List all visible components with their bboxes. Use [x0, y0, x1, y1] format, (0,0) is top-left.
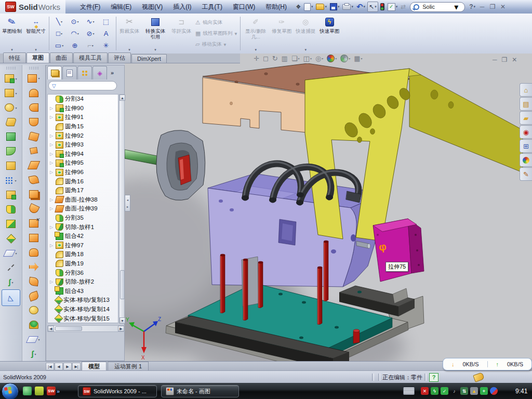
tree-item[interactable]: 组合42 — [48, 232, 118, 241]
viewport-3d[interactable]: φ — [125, 54, 532, 361]
lofted-boss-icon[interactable] — [0, 115, 22, 129]
undo-icon[interactable]: ↶▾ — [355, 3, 366, 11]
solidworks-icon[interactable]: SW — [47, 387, 56, 395]
tree-item[interactable]: ▷曲面-拉伸38 — [48, 195, 118, 205]
fillet-surface-icon[interactable] — [22, 303, 45, 317]
axis-icon[interactable] — [0, 260, 22, 275]
search-input[interactable] — [421, 3, 452, 10]
taskbar-button-未命名 - 画图[interactable]: 未命名 - 画图 — [161, 385, 239, 397]
expand-arrow-icon[interactable]: ▷ — [49, 106, 54, 111]
cm-button-显示/删除几...[interactable]: ✐显示/删除几...▾ — [242, 14, 270, 54]
tree-item[interactable]: ▷拉伸97 — [48, 241, 118, 250]
appearance-ball-icon[interactable]: ▾ — [327, 55, 337, 62]
fillet-icon[interactable]: ▾ — [0, 100, 22, 115]
hscroll-thumb[interactable] — [55, 326, 82, 331]
cm-button-快速草图[interactable]: ϟ快速草图 — [317, 14, 341, 54]
extruded-boss-icon[interactable]: ▾ — [0, 71, 22, 86]
taskbar-button-SolidWorks 2009 - ...[interactable]: SWSolidWorks 2009 - ... — [78, 385, 157, 397]
status-help-icon[interactable]: ? — [429, 373, 438, 382]
expand-arrow-icon[interactable]: ▷ — [49, 170, 54, 175]
menu-item-4[interactable]: 工具(T) — [197, 1, 228, 14]
sketch-entity-icon[interactable]: ✳ — [98, 42, 114, 49]
tab-模具工具[interactable]: 模具工具 — [73, 52, 108, 63]
search-box[interactable]: ▾ — [410, 2, 465, 12]
quick-launch-chevron-icon[interactable]: » — [57, 388, 60, 394]
extend-surface-icon[interactable] — [22, 260, 45, 274]
cm-button-转换实体引用[interactable]: 转换实体引用▾ — [141, 14, 169, 54]
more-tabs-chevron[interactable]: » — [108, 66, 117, 79]
menu-item-2[interactable]: 视图(V) — [137, 1, 168, 14]
sketch-entity-icon[interactable]: ∿▾ — [83, 18, 98, 25]
radiate-surface-icon[interactable] — [22, 187, 45, 202]
tab-nav-prev[interactable]: ◀ — [55, 363, 63, 370]
expand-arrow-icon[interactable]: ▷ — [49, 225, 54, 230]
pin-icon[interactable]: ⌖ — [295, 1, 302, 12]
doc-restore-button[interactable]: ❐ — [502, 56, 508, 63]
appearances-ball-icon[interactable] — [520, 153, 532, 167]
rotate-view-icon[interactable]: ↻ — [272, 55, 278, 62]
network-sync-icon[interactable]: ⇅ — [460, 387, 468, 395]
split-icon[interactable] — [0, 202, 22, 217]
view-orientation-icon[interactable]: ❏▾ — [291, 55, 300, 62]
expand-arrow-icon[interactable]: ▷ — [49, 197, 54, 202]
curve-icon[interactable]: ∫▾ — [22, 347, 45, 361]
messenger-ball-icon[interactable] — [490, 387, 498, 395]
tree-item[interactable]: ▷切除-放样1 — [48, 222, 118, 232]
flex-icon[interactable] — [22, 274, 45, 289]
tree-item[interactable]: ▷切除-放样2 — [48, 277, 118, 287]
tree-item[interactable]: 分割35 — [48, 214, 118, 223]
tree-item[interactable]: ▷拉伸90 — [48, 104, 118, 113]
tree-item[interactable]: 圆角15 — [48, 122, 118, 131]
cm-button-线性草图阵列[interactable]: ▦线性草图阵列▾ — [195, 30, 237, 37]
options-checklist-icon[interactable]: ✓▾ — [387, 2, 399, 12]
pattern-icon[interactable]: ▾ — [0, 173, 22, 188]
propertymanager-tab[interactable] — [62, 66, 77, 79]
menu-item-1[interactable]: 编辑(E) — [105, 1, 137, 14]
cm-button-剪裁实体[interactable]: ✂剪裁实体▾ — [117, 14, 141, 54]
tree-item[interactable]: ▷拉伸92 — [48, 131, 118, 140]
zoom-area-icon[interactable]: ◻ — [263, 55, 269, 62]
section-view-icon[interactable]: ▥ — [282, 55, 288, 62]
doc-close-button[interactable]: ✕ — [512, 56, 517, 63]
home-resources-icon[interactable]: ⌂ — [520, 83, 532, 97]
tree-item[interactable]: 圆角16 — [48, 177, 118, 186]
help-button[interactable]: ?▾ — [468, 2, 476, 11]
menu-item-3[interactable]: 插入(I) — [168, 1, 196, 14]
tree-item[interactable]: 分割34 — [48, 95, 118, 104]
planar-surface-icon[interactable] — [22, 158, 45, 172]
doc-minimize-button[interactable]: ─ — [493, 56, 497, 63]
keyboard-icon[interactable] — [403, 387, 415, 395]
open-folder-icon[interactable]: ▾ — [315, 3, 328, 11]
expand-arrow-icon[interactable]: ▷ — [49, 161, 54, 165]
freeform-icon[interactable] — [22, 289, 45, 303]
model-exploded-view[interactable]: φ — [125, 63, 532, 361]
display-style-icon[interactable]: ◫▾ — [303, 55, 312, 62]
trim-surface-icon[interactable] — [22, 245, 45, 260]
filled-surface-icon[interactable] — [22, 144, 45, 158]
expand-arrow-icon[interactable]: ▷ — [49, 280, 54, 284]
menu-item-6[interactable]: 帮助(H) — [260, 1, 292, 14]
pallet-window-icon[interactable]: ⊞ — [520, 139, 532, 153]
sketch-entity-icon[interactable]: ╲▾ — [51, 18, 67, 25]
cm-button-草图绘制[interactable]: ✎草图绘制▾ — [0, 14, 24, 54]
toggle-icon[interactable]: ⇄ — [400, 2, 407, 11]
cm-button-智能尺寸[interactable]: ↔智能尺寸▾ — [24, 14, 48, 54]
tree-item[interactable]: 圆角19 — [48, 259, 118, 269]
tree-item[interactable]: ▷拉伸95 — [48, 158, 118, 168]
thicken-icon[interactable] — [22, 231, 45, 245]
close-button[interactable]: ✕ — [498, 3, 508, 10]
search-dropdown-icon[interactable]: ▾ — [454, 2, 458, 12]
revolved-surface-icon[interactable] — [22, 86, 45, 100]
curve-icon[interactable]: ∫▾ — [0, 275, 22, 289]
volume-icon[interactable]: ♪ — [450, 387, 458, 395]
cm-button-镜向实体[interactable]: ⚠镜向实体 — [195, 19, 237, 26]
restore-button[interactable]: ❐ — [488, 3, 497, 10]
status-tag-icon[interactable] — [473, 372, 485, 382]
cm-button-移动实体[interactable]: ▱移动实体▾ — [195, 41, 237, 48]
scroll-right-button[interactable]: ▶ — [118, 326, 124, 331]
offset-surface-icon[interactable] — [22, 172, 45, 187]
tab-nav-first[interactable]: |◀ — [46, 363, 54, 370]
reference-geometry-icon[interactable]: ▾ — [0, 246, 22, 260]
tree-hscrollbar[interactable]: ◀ ▶ — [47, 325, 125, 332]
sketch-entity-icon[interactable]: ⊙▾ — [67, 18, 83, 25]
